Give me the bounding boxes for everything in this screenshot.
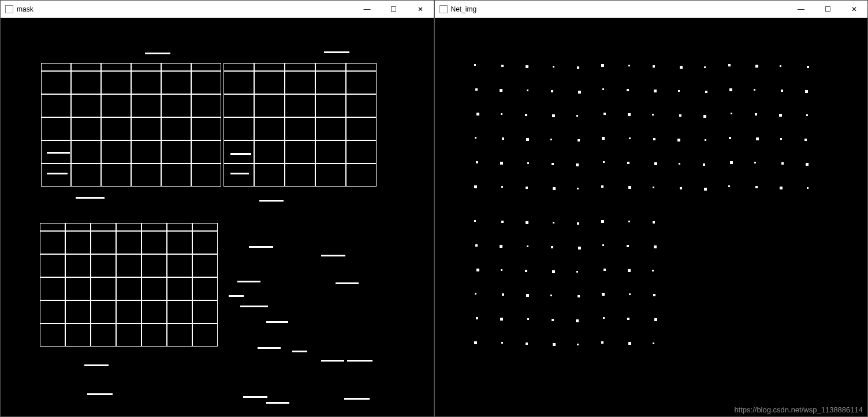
intersection-dot [653,65,655,68]
grid-cell [40,254,65,277]
window-title: mask [17,5,354,13]
grid-cell [161,71,191,94]
grid-cell [71,71,101,94]
grid-top-right [223,63,377,187]
intersection-dot [552,270,555,273]
intersection-dot [679,114,681,117]
grid-cell [167,300,192,323]
grid-cell [40,277,65,300]
intersection-dot [731,113,732,114]
stray-line [237,281,260,282]
grid-cell [315,71,346,94]
grid-cell [101,94,131,117]
stray-line [258,347,281,349]
intersection-dot [601,341,603,344]
intersection-dot [553,187,556,190]
intersection-dot [704,66,706,68]
close-button[interactable]: ✕ [407,1,434,18]
intersection-dot [527,162,529,164]
maximize-button[interactable]: ☐ [814,1,841,18]
intersection-dot [680,187,682,189]
stray-line [347,360,372,362]
grid-cell [191,63,221,71]
stray-line [344,398,370,400]
intersection-dot [678,90,680,92]
intersection-dot [729,137,731,139]
grid-cell [161,163,191,187]
grid-cell [167,323,192,347]
intersection-dot [602,244,604,246]
grid-cell [91,277,116,300]
stray-line [87,393,113,395]
grid-cell [101,71,131,94]
intersection-dot [476,317,478,319]
grid-cell [254,163,285,187]
minimize-button[interactable]: — [354,1,381,18]
grid-cell [285,117,315,140]
grid-cell [101,140,131,163]
intersection-dot [603,317,605,319]
grid-cell [254,117,285,140]
intersection-dot [476,113,479,116]
window-mask: mask — ☐ ✕ [0,0,434,417]
grid-cell [91,300,116,323]
intersection-dot [705,91,707,93]
stray-line [321,255,345,256]
titlebar-net-img[interactable]: Net_img — ☐ ✕ [435,1,868,18]
grid-cell [223,94,254,117]
intersection-dot [755,186,758,188]
intersection-dot [601,220,604,223]
grid-cell [167,223,192,231]
intersection-dot [502,293,504,296]
grid-cell [116,300,141,323]
intersection-dot [652,114,654,116]
intersection-dot [627,245,629,247]
intersection-dot [806,163,809,166]
titlebar-mask[interactable]: mask — ☐ ✕ [1,1,434,18]
intersection-dot [551,246,553,248]
close-button[interactable]: ✕ [841,1,867,18]
grid-cell [101,163,131,187]
grid-cell [131,63,161,71]
intersection-dot [653,342,654,344]
grid-cell [191,163,221,187]
intersection-dot [576,163,579,166]
grid-cell [116,231,141,254]
intersection-dot [780,138,782,140]
intersection-dot [756,137,759,140]
grid-cell [141,231,167,254]
stray-line [47,173,68,174]
grid-cell [40,300,65,323]
grid-cell [167,254,192,277]
intersection-dot [628,186,631,189]
grid-cell [161,140,191,163]
grid-cell [346,63,377,71]
maximize-button[interactable]: ☐ [381,1,407,18]
grid-cell [346,140,377,163]
grid-cell [116,277,141,300]
stray-line [321,360,344,362]
grid-cell [191,94,221,117]
grid-cell [141,323,167,347]
intersection-dot [602,293,605,296]
grid-cell [131,71,161,94]
intersection-dot [501,65,504,67]
grid-cell [285,140,315,163]
intersection-dot [553,343,556,346]
grid-cell [192,323,218,347]
grid-cell [65,231,91,254]
intersection-dot [602,88,604,90]
intersection-dot [729,88,732,91]
intersection-dot [728,64,731,66]
intersection-dot [501,113,502,115]
grid-cell [91,323,116,347]
grid-cell [191,71,221,94]
intersection-dot [755,113,757,116]
intersection-dot [553,66,554,68]
window-controls: — ☐ ✕ [354,1,434,18]
grid-cell [131,140,161,163]
app-icon [5,5,13,13]
intersection-dot [474,185,477,188]
intersection-dot [525,114,527,116]
minimize-button[interactable]: — [788,1,814,18]
